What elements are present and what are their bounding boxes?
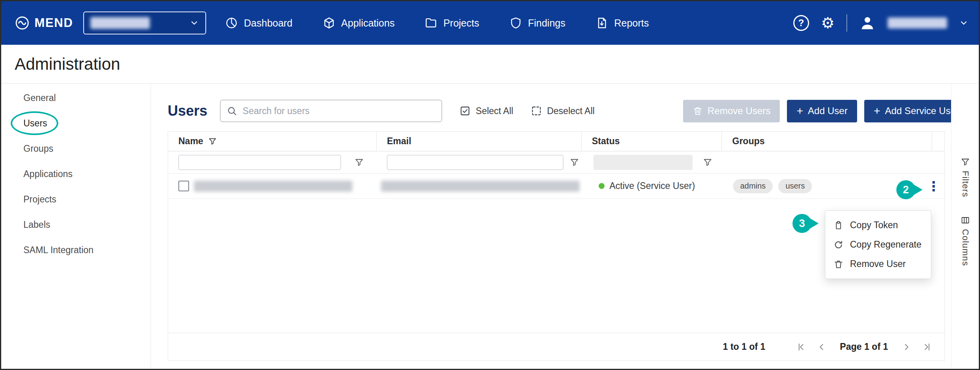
remove-users-label: Remove Users [708,105,771,116]
add-user-button[interactable]: + Add User [787,100,857,122]
column-header-groups: Groups [722,132,932,151]
cell-actions: ⋮ [927,174,944,198]
filter-cell-name [168,151,377,173]
nav-item-projects[interactable]: Projects [425,17,479,29]
user-name-redacted [888,17,947,29]
nav-item-applications[interactable]: Applications [323,17,395,29]
menu-item-copy-regenerate[interactable]: Copy Regenerate [825,235,931,254]
column-label: Email [387,136,411,147]
avatar-icon[interactable] [859,15,876,31]
filter-icon[interactable] [703,158,712,167]
nav-label: Reports [614,17,649,29]
row-checkbox[interactable] [178,181,189,191]
table-row: Active (Service User) admins users ⋮ [168,174,944,199]
filter-icon[interactable] [354,158,364,167]
sidebar-item-label: SAML Integration [23,245,94,256]
sidebar-item-label: Users [23,118,47,129]
mend-logo-icon [15,15,30,31]
deselect-all-icon [531,105,542,116]
page-title: Administration [15,55,120,74]
column-header-status: Status [582,132,722,151]
brand: MEND [15,15,73,31]
menu-item-remove-user[interactable]: Remove User [825,254,931,274]
sidebar-item-projects[interactable]: Projects [1,187,151,212]
projects-icon [425,17,437,29]
deselect-all-button[interactable]: Deselect All [531,105,595,116]
column-label: Groups [732,136,765,147]
sidebar-item-label: Groups [23,143,53,154]
cell-email [375,174,580,198]
navbar-right: ? ⚙ [793,14,969,32]
sidebar-item-users[interactable]: Users [1,111,151,136]
nav-label: Dashboard [244,17,292,29]
cell-name [168,174,375,198]
organization-dropdown[interactable] [83,11,206,34]
nav-item-reports[interactable]: Reports [595,17,649,29]
sidebar-item-label: General [23,93,56,103]
users-heading: Users [168,103,207,119]
tab-filters[interactable]: Filters [960,157,970,197]
filter-cell-status [582,151,722,173]
status-filter-input[interactable] [593,155,693,170]
name-filter-input[interactable] [178,155,341,170]
sidebar-item-saml-integration[interactable]: SAML Integration [1,237,151,263]
copy-icon [833,220,844,231]
filter-icon [961,157,970,167]
column-label: Name [178,136,203,147]
menu-item-label: Remove User [850,259,906,269]
tab-columns[interactable]: Columns [960,216,970,266]
reports-icon [595,17,608,29]
nav-item-findings[interactable]: Findings [509,17,566,29]
status-active-dot [599,183,605,189]
nav-label: Projects [443,17,479,29]
column-label: Status [592,136,620,147]
remove-users-button[interactable]: Remove Users [683,100,780,122]
admin-sidebar: General Users Groups Applications Projec… [1,84,151,369]
sidebar-item-groups[interactable]: Groups [1,136,151,161]
previous-page-icon[interactable] [816,342,827,352]
cell-status: Active (Service User) [580,174,719,198]
users-toolbar: Users Select All [168,99,969,122]
search-box [220,100,442,122]
pagination-page-text: Page 1 of 1 [840,341,888,352]
nav-label: Applications [341,17,395,29]
top-navbar: MEND Dashboard Applications [1,1,979,45]
select-all-label: Select All [476,106,513,116]
cell-groups: admins users [719,174,927,198]
select-all-button[interactable]: Select All [459,105,513,116]
search-input[interactable] [243,106,435,116]
first-page-icon[interactable] [796,342,806,352]
menu-item-copy-token[interactable]: Copy Token [825,216,931,235]
tab-filters-label: Filters [960,171,970,197]
sidebar-item-general[interactable]: General [1,85,151,111]
pagination-bar: 1 to 1 of 1 Page 1 of 1 [168,333,944,360]
row-actions-context-menu: Copy Token Copy Regenerate Remove User [825,210,931,279]
sidebar-item-labels[interactable]: Labels [1,212,151,237]
last-page-icon[interactable] [922,342,932,352]
sidebar-item-applications[interactable]: Applications [1,161,151,187]
tab-columns-label: Columns [960,229,970,266]
regenerate-icon [833,240,844,250]
status-text: Active (Service User) [609,181,695,191]
filter-icon[interactable] [570,158,579,167]
menu-item-label: Copy Token [850,220,898,231]
gear-icon[interactable]: ⚙ [821,15,835,31]
trash-icon [833,259,844,269]
select-all-checkbox-icon [459,105,471,116]
filter-icon[interactable] [208,137,217,146]
nav-item-dashboard[interactable]: Dashboard [225,17,292,29]
dashboard-icon [225,17,238,29]
next-page-icon[interactable] [902,342,912,352]
user-name-redacted [194,181,352,192]
group-badge: admins [733,179,773,193]
columns-icon [961,216,970,225]
row-actions-kebab-icon[interactable]: ⋮ [927,179,940,193]
email-filter-input[interactable] [387,155,563,170]
menu-item-label: Copy Regenerate [850,239,921,250]
column-header-name: Name [168,132,377,151]
brand-name: MEND [34,16,73,30]
add-service-user-label: Add Service User [885,105,959,116]
chevron-down-icon[interactable] [959,18,969,28]
help-icon[interactable]: ? [793,15,809,31]
filter-cell-actions [932,151,944,173]
